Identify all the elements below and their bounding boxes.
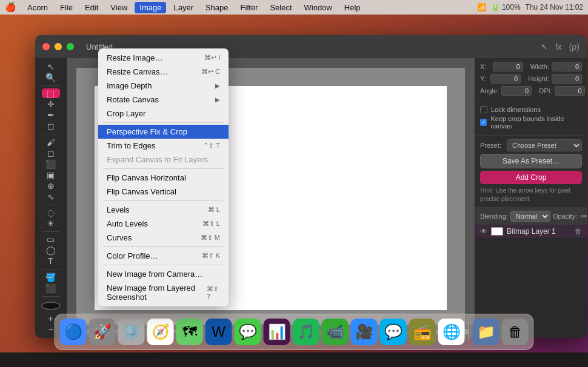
eyedropper-tool[interactable]: ⬛ — [42, 283, 60, 293]
menu-new-from-camera[interactable]: New Image from Camera… — [98, 267, 229, 281]
angle-input[interactable] — [501, 86, 532, 96]
menu-auto-levels[interactable]: Auto Levels ⌘⇧ L — [98, 217, 229, 231]
dock-maps[interactable]: 🗺 — [176, 319, 203, 345]
menu-label: Trim to Edges — [107, 141, 155, 150]
minimize-button[interactable] — [55, 43, 62, 50]
dock-podcasts[interactable]: 📻 — [409, 319, 436, 345]
left-toolbar: ↖ 🔍 ⬚ ✛ ✒ ◻ 🖌 ◻ ⬛ ▣ ⊕ ∿ ◌ ☀ ▭ ◯ T — [35, 58, 67, 338]
menu-levels[interactable]: Levels ⌘ L — [98, 203, 229, 217]
text-tool[interactable]: T — [42, 256, 60, 266]
dock-trash[interactable]: 🗑 — [502, 319, 529, 345]
height-input[interactable] — [552, 74, 582, 84]
menu-resize-image[interactable]: Resize Image… ⌘↩ I — [98, 51, 229, 65]
menubar-select[interactable]: Select — [265, 2, 296, 13]
menubar-window[interactable]: Window — [299, 2, 337, 13]
layer-item[interactable]: 👁 Bitmap Layer 1 🗑 — [475, 225, 587, 238]
right-panel: X: Width: Y: Height: Angle: DPI — [475, 58, 587, 338]
paint-tool[interactable]: 🖌 — [42, 137, 60, 147]
apple-menu-icon[interactable]: 🍎 — [5, 2, 16, 13]
menubar-edit[interactable]: Edit — [80, 2, 103, 13]
preset-select[interactable]: Choose Preset — [507, 139, 582, 151]
menu-perspective-fix[interactable]: Perspective Fix & Crop — [98, 125, 229, 139]
menubar-help[interactable]: Help — [339, 2, 366, 13]
menu-curves[interactable]: Curves ⌘⇧ M — [98, 231, 229, 245]
maximize-button[interactable] — [67, 43, 74, 50]
menubar-view[interactable]: View — [105, 2, 132, 13]
rect-select-tool[interactable]: ▭ — [42, 234, 60, 244]
x-input[interactable] — [493, 62, 523, 71]
foreground-color[interactable] — [41, 302, 61, 310]
menubar-acorn[interactable]: Acorn — [22, 2, 53, 13]
clone-tool[interactable]: ⊕ — [42, 181, 60, 191]
dock-facetime[interactable]: 📹 — [322, 319, 349, 345]
blending-select[interactable]: Normal — [510, 211, 550, 222]
menubar-layer[interactable]: Layer — [169, 2, 198, 13]
add-crop-button[interactable]: Add Crop — [480, 171, 582, 184]
gradient-tool[interactable]: ▣ — [42, 170, 60, 180]
keep-crop-label: Keep crop bounds inside canvas — [490, 115, 582, 130]
dock-separator — [469, 322, 469, 342]
dock-spotify[interactable]: 🎵 — [293, 319, 319, 345]
lock-dimensions-checkbox[interactable] — [480, 106, 487, 113]
y-input[interactable] — [490, 74, 521, 84]
oval-select-tool[interactable]: ◯ — [42, 245, 60, 255]
menu-image-depth[interactable]: Image Depth ▶ — [98, 79, 229, 93]
menu-new-from-screenshot[interactable]: New Image from Layered Screenshot ⌘⇧ 7 — [98, 281, 229, 304]
dock-finder[interactable]: 🔵 — [60, 319, 87, 345]
menu-separator-3 — [103, 200, 224, 201]
dock-folder[interactable]: 📁 — [473, 319, 499, 345]
dock-skype[interactable]: 💬 — [380, 319, 407, 345]
menu-label: Expand Canvas to Fit Layers — [107, 155, 208, 164]
dock-messages[interactable]: 💬 — [235, 319, 261, 345]
menubar-file[interactable]: File — [55, 2, 78, 13]
menu-flip-horizontal[interactable]: Flip Canvas Horizontal — [98, 171, 229, 185]
dock-slack[interactable]: 📊 — [264, 319, 290, 345]
select-tool[interactable]: ↖ — [42, 62, 60, 71]
dock-browser[interactable]: 🌐 — [438, 319, 465, 345]
menu-crop-layer[interactable]: Crop Layer — [98, 107, 229, 121]
dock-system-prefs[interactable]: ⚙️ — [118, 319, 145, 345]
delete-layer-icon[interactable]: 🗑 — [575, 227, 582, 236]
menu-flip-vertical[interactable]: Flip Canvas Vertical — [98, 185, 229, 199]
menubar-filter[interactable]: Filter — [236, 2, 263, 13]
dpi-input[interactable] — [555, 86, 585, 96]
shape-tool[interactable]: ◻ — [42, 121, 60, 131]
menu-color-profile[interactable]: Color Profile… ⌘⇧ K — [98, 249, 229, 263]
smudge-tool[interactable]: ∿ — [42, 192, 60, 202]
menubar-shape[interactable]: Shape — [201, 2, 233, 13]
image-dropdown-menu: Resize Image… ⌘↩ I Resize Canvas… ⌘↩ C I… — [98, 48, 229, 306]
menu-label: Image Depth — [107, 81, 152, 90]
dock-launchpad[interactable]: 🚀 — [89, 319, 116, 345]
zoom-tool[interactable]: 🔍 — [42, 73, 60, 82]
fx-label: fx — [555, 42, 562, 51]
save-preset-button[interactable]: Save As Preset… — [480, 154, 582, 168]
bucket-tool[interactable]: 🪣 — [42, 273, 60, 282]
dock-word[interactable]: W — [205, 319, 232, 345]
preset-row: Preset: Choose Preset — [480, 139, 582, 151]
menu-label: New Image from Layered Screenshot — [107, 283, 207, 302]
menu-shortcut: ⌘⇧ 7 — [207, 285, 220, 300]
layer-visibility-icon[interactable]: 👁 — [480, 227, 487, 236]
close-button[interactable] — [42, 43, 50, 50]
menu-label: Flip Canvas Horizontal — [107, 173, 186, 182]
blur-tool[interactable]: ◌ — [42, 208, 60, 217]
sun-tool[interactable]: ☀ — [42, 219, 60, 228]
opacity-slider[interactable] — [580, 215, 587, 217]
menubar-image[interactable]: Image — [135, 2, 166, 13]
keep-crop-checkbox[interactable]: ✓ — [480, 119, 487, 126]
menu-rotate-canvas[interactable]: Rotate Canvas ▶ — [98, 93, 229, 107]
menu-trim-to-edges[interactable]: Trim to Edges ⌃⇧ T — [98, 139, 229, 153]
crop-tool[interactable]: ⬚ — [42, 88, 60, 98]
system-menubar: 🍎 Acorn File Edit View Image Layer Shape… — [0, 0, 588, 15]
menu-resize-canvas[interactable]: Resize Canvas… ⌘↩ C — [98, 65, 229, 79]
eraser-tool[interactable]: ◻ — [42, 148, 60, 158]
fill-tool[interactable]: ⬛ — [42, 159, 60, 169]
layer-name: Bitmap Layer 1 — [507, 227, 571, 236]
width-input[interactable] — [552, 62, 582, 71]
transform-tool[interactable]: ✛ — [42, 99, 60, 109]
pen-tool[interactable]: ✒ — [42, 110, 60, 120]
dock-safari[interactable]: 🧭 — [147, 319, 174, 345]
menu-label: Color Profile… — [107, 251, 158, 260]
menu-label: Resize Canvas… — [107, 67, 167, 76]
dock-zoom[interactable]: 🎥 — [351, 319, 378, 345]
